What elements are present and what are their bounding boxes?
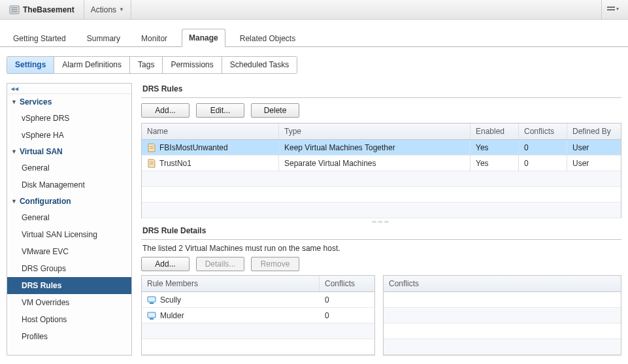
svg-rect-9 bbox=[148, 312, 156, 318]
cell-name-text: FBIsMostUnwanted bbox=[159, 143, 228, 152]
edit-rule-button[interactable]: Edit... bbox=[196, 103, 244, 118]
tab-monitor[interactable]: Monitor bbox=[135, 30, 174, 47]
table-row[interactable]: FBIsMostUnwanted Keep Virtual Machines T… bbox=[142, 140, 621, 156]
grid-header: Name Type Enabled Conflicts Defined By bbox=[142, 124, 621, 140]
table-row bbox=[384, 308, 621, 323]
cell-enabled: Yes bbox=[471, 156, 519, 171]
tab-summary[interactable]: Summary bbox=[80, 30, 127, 47]
subtab-tags[interactable]: Tags bbox=[130, 57, 163, 73]
subtab-alarm-definitions[interactable]: Alarm Definitions bbox=[54, 57, 130, 73]
content-area: Settings Alarm Definitions Tags Permissi… bbox=[0, 47, 628, 362]
subtab-settings[interactable]: Settings bbox=[7, 57, 54, 73]
rule-icon bbox=[147, 143, 156, 152]
chevron-down-icon: ▼ bbox=[11, 198, 17, 205]
cell-enabled: Yes bbox=[471, 140, 519, 156]
table-row[interactable]: Scully 0 bbox=[142, 292, 374, 308]
cell-member-name: Scully bbox=[142, 293, 320, 306]
table-row bbox=[142, 339, 374, 355]
object-title-text: TheBasement bbox=[23, 5, 74, 14]
tab-getting-started[interactable]: Getting Started bbox=[7, 30, 73, 47]
tab-manage[interactable]: Manage bbox=[182, 29, 225, 47]
col-header-conflicts-detail[interactable]: Conflicts bbox=[384, 276, 621, 291]
table-row bbox=[142, 323, 374, 339]
subtab-scheduled-tasks[interactable]: Scheduled Tasks bbox=[222, 57, 297, 73]
vm-icon bbox=[147, 311, 156, 320]
sidebar-item-vsan-licensing[interactable]: Virtual SAN Licensing bbox=[7, 226, 131, 243]
sidebar-item-vm-overrides[interactable]: VM Overrides bbox=[7, 294, 131, 311]
sidebar-item-config-general[interactable]: General bbox=[7, 209, 131, 226]
col-header-conflicts[interactable]: Conflicts bbox=[519, 124, 567, 139]
remove-member-button[interactable]: Remove bbox=[251, 257, 299, 271]
svg-marker-6 bbox=[616, 8, 619, 10]
chevron-down-icon: ▼ bbox=[11, 148, 17, 155]
svg-rect-1 bbox=[11, 7, 18, 8]
add-rule-button[interactable]: Add... bbox=[141, 103, 190, 118]
sidebar-item-profiles[interactable]: Profiles bbox=[7, 328, 131, 345]
col-header-member-conflicts[interactable]: Conflicts bbox=[320, 276, 374, 291]
rule-icon bbox=[147, 159, 156, 168]
svg-rect-10 bbox=[150, 318, 154, 320]
cell-member-name-text: Scully bbox=[160, 295, 181, 305]
delete-rule-button[interactable]: Delete bbox=[251, 103, 299, 118]
sidebar-item-host-options[interactable]: Host Options bbox=[7, 311, 131, 328]
rule-members-panel: Add... Details... Remove Rule Members Co… bbox=[141, 257, 375, 356]
cell-name: TrustNo1 bbox=[142, 156, 279, 171]
drs-rule-details-title: DRS Rule Details bbox=[141, 225, 621, 240]
conflicts-grid bbox=[383, 292, 621, 356]
cell-conflicts: 0 bbox=[519, 156, 567, 171]
actions-menu[interactable]: Actions ▼ bbox=[84, 0, 131, 19]
sidebar-section-configuration[interactable]: ▼ Configuration bbox=[7, 193, 131, 209]
sidebar-item-vsan-general[interactable]: General bbox=[7, 159, 131, 176]
members-grid-header: Rule Members Conflicts bbox=[141, 275, 375, 292]
actions-menu-label: Actions bbox=[91, 5, 116, 14]
sub-tabs: Settings Alarm Definitions Tags Permissi… bbox=[7, 56, 297, 74]
cell-name: FBIsMostUnwanted bbox=[142, 140, 279, 156]
table-row[interactable]: Mulder 0 bbox=[142, 308, 374, 323]
cluster-icon bbox=[9, 5, 20, 15]
settings-sidebar: ◂◂ ▼ Services vSphere DRS vSphere HA ▼ V… bbox=[7, 83, 132, 356]
table-row[interactable]: TrustNo1 Separate Virtual Machines Yes 0… bbox=[142, 156, 621, 171]
header-more-button[interactable] bbox=[601, 0, 624, 19]
table-row bbox=[384, 323, 621, 339]
cell-definedby: User bbox=[567, 156, 621, 171]
col-header-type[interactable]: Type bbox=[279, 124, 471, 139]
rule-members-toolbar: Add... Details... Remove bbox=[141, 257, 375, 275]
main-tabs: Getting Started Summary Monitor Manage R… bbox=[0, 20, 628, 47]
svg-rect-2 bbox=[11, 9, 18, 10]
sidebar-section-services[interactable]: ▼ Services bbox=[7, 94, 131, 110]
vm-icon bbox=[147, 295, 156, 305]
sidebar-item-vsan-disk-management[interactable]: Disk Management bbox=[7, 176, 131, 193]
chevron-down-icon: ▼ bbox=[119, 7, 124, 12]
subtab-permissions[interactable]: Permissions bbox=[163, 57, 222, 73]
conflicts-grid-header: Conflicts bbox=[383, 275, 621, 292]
sidebar-section-virtual-san[interactable]: ▼ Virtual SAN bbox=[7, 144, 131, 159]
member-details-button[interactable]: Details... bbox=[196, 257, 244, 271]
sidebar-item-vsphere-ha[interactable]: vSphere HA bbox=[7, 127, 131, 144]
sidebar-collapse-button[interactable]: ◂◂ bbox=[7, 84, 131, 94]
col-header-definedby[interactable]: Defined By bbox=[567, 124, 621, 139]
table-row bbox=[142, 203, 621, 218]
main-panel: DRS Rules Add... Edit... Delete Name Typ… bbox=[141, 83, 621, 356]
cell-type: Keep Virtual Machines Together bbox=[279, 140, 471, 156]
table-row bbox=[384, 339, 621, 355]
col-header-enabled[interactable]: Enabled bbox=[471, 124, 519, 139]
cell-type: Separate Virtual Machines bbox=[279, 156, 471, 171]
svg-rect-7 bbox=[148, 297, 156, 302]
horizontal-splitter[interactable]: ═══ bbox=[141, 218, 621, 225]
sidebar-item-drs-groups[interactable]: DRS Groups bbox=[7, 260, 131, 277]
sidebar-item-vsphere-drs[interactable]: vSphere DRS bbox=[7, 110, 131, 127]
header-bar: TheBasement Actions ▼ bbox=[0, 0, 628, 20]
svg-rect-3 bbox=[11, 11, 18, 12]
table-row bbox=[384, 292, 621, 308]
col-header-name[interactable]: Name bbox=[142, 124, 279, 139]
add-member-button[interactable]: Add... bbox=[141, 257, 190, 271]
svg-rect-4 bbox=[607, 7, 615, 8]
col-header-rule-members[interactable]: Rule Members bbox=[142, 276, 320, 291]
tab-related-objects[interactable]: Related Objects bbox=[233, 30, 302, 47]
drs-rules-toolbar: Add... Edit... Delete bbox=[141, 98, 621, 123]
conflicts-panel: Conflicts bbox=[383, 257, 621, 356]
drs-rules-grid: Name Type Enabled Conflicts Defined By F… bbox=[141, 123, 621, 218]
sidebar-item-drs-rules[interactable]: DRS Rules bbox=[7, 277, 131, 294]
sidebar-item-vmware-evc[interactable]: VMware EVC bbox=[7, 243, 131, 260]
table-row bbox=[142, 187, 621, 203]
